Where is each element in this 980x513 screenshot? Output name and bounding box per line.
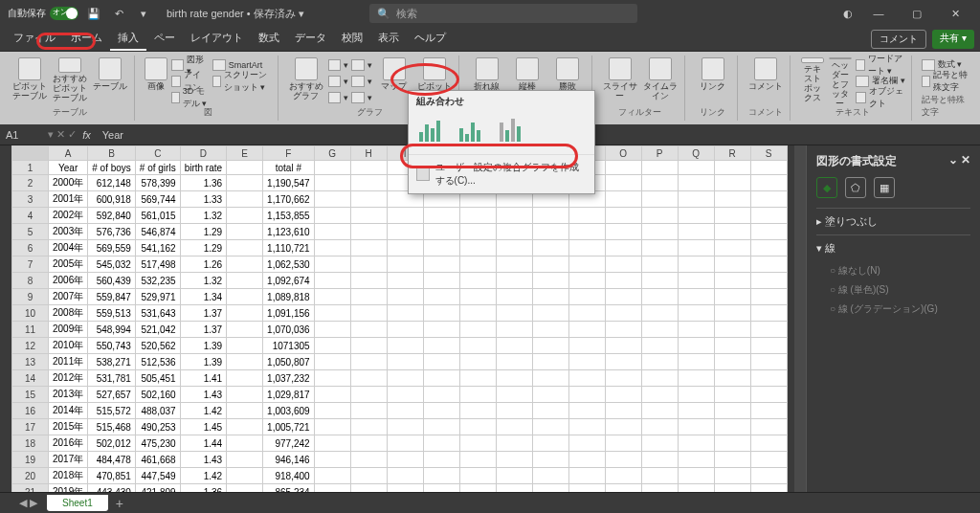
pivot-table-button[interactable]: ピボットテーブル: [11, 57, 48, 103]
fill-section[interactable]: ▸ 塗りつぶし: [816, 208, 970, 234]
fx-icon[interactable]: fx: [77, 129, 97, 141]
menu-校閲[interactable]: 校閲: [334, 27, 370, 51]
wordart-button[interactable]: ワードアート ▾: [856, 57, 905, 72]
comment-button[interactable]: コメント: [871, 30, 926, 49]
minimize-button[interactable]: —: [861, 2, 896, 25]
combo-type-1[interactable]: [416, 116, 451, 145]
name-box[interactable]: A1: [0, 129, 48, 141]
pane-expand-icon[interactable]: ⌄: [948, 153, 958, 167]
tab-sheet1[interactable]: Sheet1: [47, 495, 108, 511]
menu-数式[interactable]: 数式: [251, 27, 287, 51]
timeline-button[interactable]: タイムライン: [642, 57, 679, 103]
titlebar: 自動保存 オン 💾 ↶ ▾ birth rate gender • 保存済み ▾…: [0, 0, 980, 27]
slicer-button[interactable]: スライサー: [602, 57, 638, 103]
save-icon[interactable]: 💾: [84, 4, 103, 23]
table-button[interactable]: テーブル: [92, 57, 128, 103]
combo-type-3[interactable]: [497, 116, 531, 145]
effects-tab-icon[interactable]: ⬠: [845, 177, 866, 198]
maximize-button[interactable]: ▢: [900, 2, 934, 25]
line-none-option[interactable]: ○ 線なし(N): [816, 261, 970, 280]
header-footer-button[interactable]: ヘッダーとフッター: [828, 57, 852, 103]
format-pane: 図形の書式設定 ⌄ ✕ ◆ ⬠ ▦ ▸ 塗りつぶし ▾ 線 ○ 線なし(N) ○…: [806, 145, 980, 492]
link-button[interactable]: リンク: [695, 57, 731, 103]
pane-title: 図形の書式設定: [816, 153, 897, 169]
textbox-button[interactable]: テキストボックス: [800, 57, 824, 103]
symbol-button[interactable]: 記号と特殊文字: [922, 74, 969, 88]
close-button[interactable]: ✕: [938, 2, 972, 25]
vertical-scrollbar[interactable]: [794, 145, 806, 492]
chart-type-1[interactable]: ▾ ▾: [328, 57, 372, 72]
menubar: ファイルホーム挿入ペーレイアウト数式データ校閲表示ヘルプ コメント 共有 ▾: [0, 27, 980, 52]
worksheet[interactable]: ABCDEFGHIJKLMNOPQRS1Year# of boys# of gi…: [0, 145, 806, 492]
share-button[interactable]: 共有 ▾: [932, 30, 974, 49]
redo-icon[interactable]: ▾: [134, 4, 153, 23]
search-input[interactable]: 🔍 検索: [369, 4, 637, 23]
screenshot-button[interactable]: スクリーンショット ▾: [212, 74, 272, 88]
pane-close-icon[interactable]: ✕: [961, 153, 970, 167]
menu-表示[interactable]: 表示: [370, 27, 407, 51]
fill-tab-icon[interactable]: ◆: [816, 177, 837, 198]
menu-挿入[interactable]: 挿入: [110, 27, 146, 51]
menu-ファイル[interactable]: ファイル: [6, 27, 63, 51]
menu-ヘルプ[interactable]: ヘルプ: [407, 27, 454, 51]
object-button[interactable]: オブジェクト: [856, 90, 905, 104]
account-icon[interactable]: ◐: [838, 4, 858, 23]
menu-レイアウト[interactable]: レイアウト: [183, 27, 251, 51]
combo-chart-button[interactable]: ▾ ▾: [328, 90, 372, 104]
undo-icon[interactable]: ↶: [109, 4, 128, 23]
menu-データ[interactable]: データ: [287, 27, 334, 51]
rec-pivot-button[interactable]: おすすめピボットテーブル: [52, 57, 88, 103]
line-gradient-option[interactable]: ○ 線 (グラデーション)(G): [816, 300, 970, 319]
image-button[interactable]: 画像: [145, 57, 167, 103]
chart-type-2[interactable]: ▾ ▾: [328, 74, 372, 88]
add-sheet-button[interactable]: +: [110, 496, 129, 511]
comment-insert-button[interactable]: コメント: [747, 57, 784, 103]
line-solid-option[interactable]: ○ 線 (単色)(S): [816, 280, 970, 300]
menu-ペー[interactable]: ペー: [146, 27, 183, 51]
dropdown-title: 組み合わせ: [409, 91, 594, 112]
combo-chart-dropdown: 組み合わせ ユーザー設定の複合グラフを作成する(C)...: [408, 90, 595, 194]
search-icon: 🔍: [377, 8, 390, 20]
sheet-tabs: ◀ ▶ Sheet1 +: [0, 492, 980, 513]
menu-ホーム[interactable]: ホーム: [63, 27, 110, 51]
autosave-toggle[interactable]: 自動保存 オン: [8, 7, 78, 20]
filename[interactable]: birth rate gender • 保存済み ▾: [167, 7, 304, 21]
combo-type-2[interactable]: [457, 116, 491, 145]
3dmodels-button[interactable]: 3D モデル ▾: [171, 90, 209, 104]
size-tab-icon[interactable]: ▦: [874, 177, 895, 198]
rec-chart-button[interactable]: おすすめグラフ: [288, 57, 324, 103]
custom-combo-button[interactable]: ユーザー設定の複合グラフを作成する(C)...: [409, 154, 594, 193]
tab-nav-icon[interactable]: ◀ ▶: [19, 497, 37, 509]
line-section[interactable]: ▾ 線: [816, 234, 970, 261]
